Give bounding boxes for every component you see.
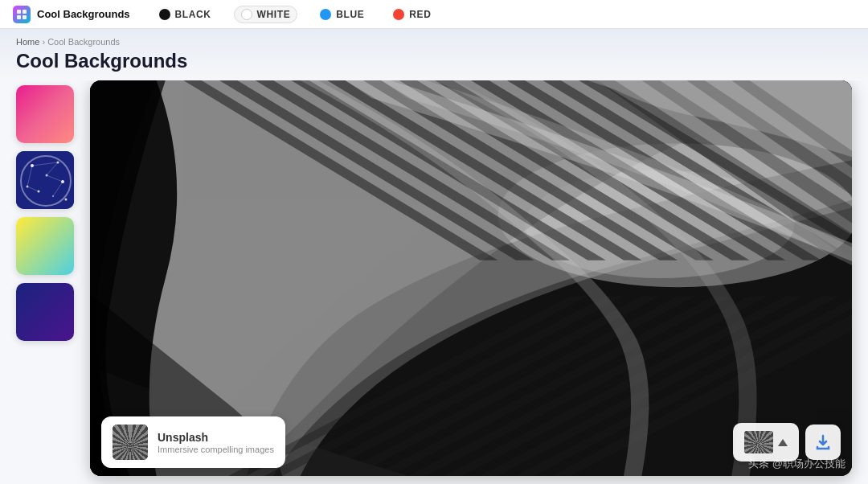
preview-bottom-bar: Unsplash Immersive compelling images: [90, 408, 852, 476]
svg-point-11: [52, 195, 54, 197]
color-label-red: RED: [409, 9, 431, 20]
svg-rect-3: [23, 15, 27, 19]
svg-point-6: [57, 162, 59, 164]
set-icon: [778, 439, 788, 446]
sidebar-thumb-navy[interactable]: [16, 151, 74, 209]
source-info: Unsplash Immersive compelling images: [158, 431, 274, 454]
content-area: Unsplash Immersive compelling images: [0, 80, 868, 484]
watermark: 头条 @职场办公技能: [748, 457, 845, 471]
color-option-blue[interactable]: BLUE: [313, 6, 371, 23]
svg-point-5: [31, 164, 34, 167]
color-label-blue: BLUE: [336, 9, 364, 20]
svg-rect-1: [23, 10, 27, 14]
breadcrumb-home[interactable]: Home: [16, 37, 39, 47]
svg-rect-2: [17, 15, 21, 19]
svg-rect-24: [744, 431, 773, 453]
svg-point-12: [65, 199, 68, 201]
preview-thumb-small: [744, 431, 773, 453]
svg-point-9: [38, 191, 40, 193]
main-preview: Unsplash Immersive compelling images: [90, 80, 852, 476]
page-title: Cool Backgrounds: [16, 50, 852, 76]
black-dot: [159, 9, 170, 20]
breadcrumb-current: Cool Backgrounds: [47, 37, 120, 47]
app-header: Cool Backgrounds BLACK WHITE BLUE RED: [0, 0, 868, 29]
source-name: Unsplash: [158, 431, 274, 444]
svg-line-13: [32, 162, 58, 166]
breadcrumb-separator: ›: [42, 37, 45, 47]
source-card: Unsplash Immersive compelling images: [101, 416, 285, 468]
color-label-black: BLACK: [175, 9, 211, 20]
svg-line-15: [47, 175, 63, 182]
svg-line-17: [27, 187, 39, 191]
red-dot: [393, 9, 404, 20]
sidebar-thumb-pink[interactable]: [16, 85, 74, 143]
color-option-red[interactable]: RED: [387, 6, 437, 23]
sidebar-thumb-blue-purple[interactable]: [16, 283, 74, 341]
breadcrumb-area: Home › Cool Backgrounds Cool Backgrounds: [0, 29, 868, 80]
main-content: Home › Cool Backgrounds Cool Backgrounds: [0, 29, 868, 484]
svg-line-18: [53, 182, 63, 196]
svg-point-7: [46, 174, 48, 177]
app-title: Cool Backgrounds: [37, 8, 130, 20]
breadcrumb: Home › Cool Backgrounds: [16, 37, 852, 47]
svg-rect-23: [113, 425, 148, 460]
svg-point-8: [61, 180, 64, 183]
svg-line-16: [27, 166, 32, 187]
svg-rect-0: [17, 10, 21, 14]
color-option-white[interactable]: WHITE: [234, 6, 298, 23]
set-background-button[interactable]: [733, 423, 799, 461]
white-dot: [241, 9, 252, 20]
sidebar-thumbnails: [16, 80, 80, 476]
color-option-black[interactable]: BLACK: [153, 6, 218, 23]
app-icon: [13, 6, 31, 23]
download-button[interactable]: [805, 425, 841, 460]
color-label-white: WHITE: [257, 9, 291, 20]
download-icon: [814, 433, 832, 451]
svg-point-10: [27, 186, 29, 188]
source-thumbnail: [113, 425, 148, 460]
svg-line-14: [47, 162, 58, 175]
preview-actions: [733, 423, 841, 461]
sidebar-thumb-yellow-teal[interactable]: [16, 217, 74, 275]
source-description: Immersive compelling images: [158, 445, 274, 454]
blue-dot: [320, 9, 331, 20]
